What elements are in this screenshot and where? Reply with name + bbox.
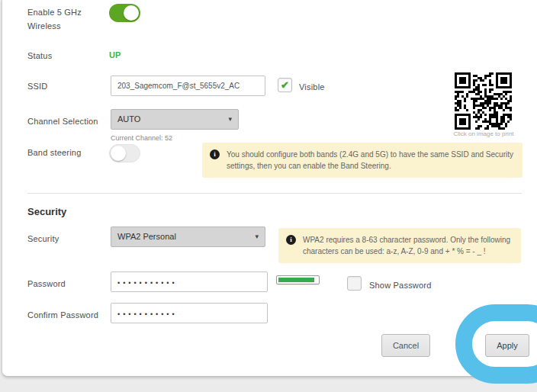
channel-dropdown-value: AUTO	[117, 114, 140, 124]
password-label: Password	[27, 277, 66, 291]
security-section-header: Security	[27, 206, 66, 217]
chevron-down-icon: ▾	[255, 227, 259, 246]
info-icon: i	[210, 149, 220, 159]
visible-checkbox[interactable]: ✔	[278, 78, 292, 92]
status-label: Status	[27, 49, 52, 63]
settings-panel: Enable 5 GHz Wireless Status UP SSID ✔ V…	[2, 0, 537, 377]
current-channel-hint: Current Channel: 52	[111, 134, 172, 142]
ssid-label: SSID	[27, 79, 47, 93]
apply-button[interactable]: Apply	[485, 334, 529, 357]
info-icon: i	[286, 235, 296, 245]
security-dropdown[interactable]: WPA2 Personal ▾	[111, 227, 265, 247]
password-rules-infobox: i WPA2 requires a 8-63 character passwor…	[278, 228, 521, 263]
cancel-button[interactable]: Cancel	[381, 334, 430, 357]
confirm-password-input[interactable]	[111, 303, 268, 323]
band-steering-infobox: i You should configure both bands (2.4G …	[202, 143, 523, 178]
section-divider	[27, 193, 522, 194]
channel-dropdown[interactable]: AUTO ▾	[111, 109, 239, 130]
channel-selection-label: Channel Selection	[27, 114, 98, 128]
qr-caption: Click on image to print	[445, 130, 522, 137]
password-input[interactable]	[111, 272, 268, 292]
toggle-knob	[124, 5, 139, 21]
show-password-label: Show Password	[369, 278, 431, 292]
password-rules-text: WPA2 requires a 8-63 character password.…	[303, 236, 510, 255]
check-icon: ✔	[281, 79, 289, 91]
visible-label: Visible	[299, 80, 325, 94]
status-value: UP	[109, 50, 121, 59]
security-label: Security	[27, 232, 59, 246]
show-password-checkbox[interactable]	[347, 276, 362, 291]
enable-5ghz-toggle[interactable]	[109, 4, 140, 22]
chevron-down-icon: ▾	[228, 110, 232, 129]
security-dropdown-value: WPA2 Personal	[117, 232, 176, 241]
toggle-knob	[111, 146, 126, 161]
password-strength-fill	[278, 278, 314, 282]
band-steering-label: Band steering	[27, 146, 81, 159]
qr-code-image	[455, 72, 512, 130]
password-strength-meter	[276, 275, 320, 284]
enable-5ghz-label: Enable 5 GHz Wireless	[27, 5, 100, 33]
wifi-qr-code[interactable]	[455, 72, 512, 130]
band-steering-toggle[interactable]	[109, 144, 140, 162]
ssid-input[interactable]	[111, 76, 265, 96]
band-steering-info-text: You should configure both bands (2.4G an…	[227, 150, 513, 170]
confirm-password-label: Confirm Password	[27, 308, 98, 322]
